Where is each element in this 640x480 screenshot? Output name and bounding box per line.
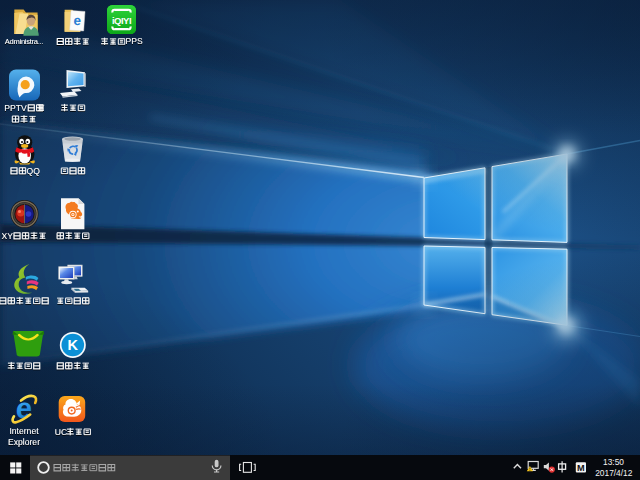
svg-text:QQ: QQ — [27, 166, 41, 176]
svg-text:Explorer: Explorer — [8, 437, 40, 447]
svg-text:Administra...: Administra... — [5, 37, 43, 46]
svg-text:Internet: Internet — [9, 426, 39, 436]
svg-text:PPS: PPS — [126, 36, 143, 46]
svg-text:XY: XY — [2, 231, 14, 241]
svg-text:PPTV: PPTV — [4, 103, 27, 113]
svg-text:2017/4/12: 2017/4/12 — [595, 468, 633, 478]
svg-text:UC: UC — [55, 427, 67, 437]
svg-text:iQIYI: iQIYI — [112, 15, 131, 26]
svg-text:K: K — [68, 337, 79, 353]
svg-text:M: M — [577, 463, 585, 473]
svg-text:13:50: 13:50 — [603, 457, 624, 467]
